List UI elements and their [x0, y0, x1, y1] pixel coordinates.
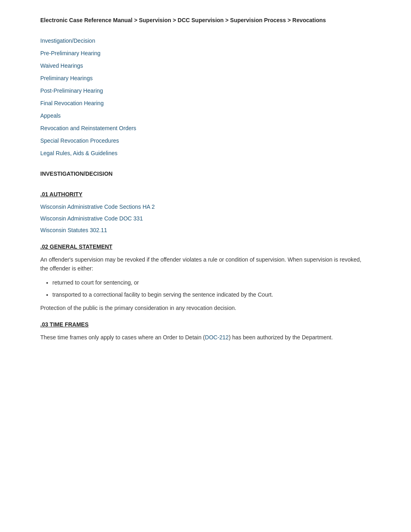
nav-link-waived-hearings[interactable]: Waived Hearings [40, 62, 371, 70]
authority-links: Wisconsin Administrative Code Sections H… [40, 203, 371, 235]
breadcrumb: Electronic Case Reference Manual > Super… [40, 16, 371, 25]
authority-title: .01 AUTHORITY [40, 190, 371, 199]
nav-link-investigationdecision[interactable]: Investigation/Decision [40, 37, 371, 45]
authority-link[interactable]: Wisconsin Administrative Code Sections H… [40, 203, 371, 211]
nav-link-final-revocation-hearing[interactable]: Final Revocation Hearing [40, 99, 371, 108]
nav-link-special-revocation-procedures[interactable]: Special Revocation Procedures [40, 137, 371, 145]
nav-links: Investigation/DecisionPre-Preliminary He… [40, 37, 371, 158]
nav-link-post-preliminary-hearing[interactable]: Post-Preliminary Hearing [40, 87, 371, 95]
authority-subsection: .01 AUTHORITY Wisconsin Administrative C… [40, 190, 371, 235]
authority-link[interactable]: Wisconsin Administrative Code DOC 331 [40, 214, 371, 223]
nav-link-legal-rules-aids--guidelines[interactable]: Legal Rules, Aids & Guidelines [40, 149, 371, 158]
nav-link-pre-preliminary-hearing[interactable]: Pre-Preliminary Hearing [40, 49, 371, 58]
time-frames-title: .03 TIME FRAMES [40, 320, 371, 329]
time-frames-body: These time frames only apply to cases wh… [40, 333, 371, 342]
bullet-item: transported to a correctional facility t… [52, 290, 371, 299]
doc-212-link[interactable]: DOC-212 [205, 334, 229, 341]
time-frames-subsection: .03 TIME FRAMES These time frames only a… [40, 320, 371, 342]
general-statement-bullets: returned to court for sentencing, ortran… [52, 278, 371, 299]
general-statement-body: An offender's supervision may be revoked… [40, 255, 371, 273]
investigation-title: INVESTIGATION/DECISION [40, 170, 371, 178]
bullet-item: returned to court for sentencing, or [52, 278, 371, 287]
nav-link-preliminary-hearings[interactable]: Preliminary Hearings [40, 74, 371, 83]
nav-link-appeals[interactable]: Appeals [40, 112, 371, 120]
investigation-section: INVESTIGATION/DECISION .01 AUTHORITY Wis… [40, 170, 371, 342]
general-statement-subsection: .02 GENERAL STATEMENT An offender's supe… [40, 243, 371, 312]
general-statement-footer: Protection of the public is the primary … [40, 303, 371, 312]
authority-link[interactable]: Wisconsin Statutes 302.11 [40, 226, 371, 235]
nav-link-revocation-and-reinstatement-orders[interactable]: Revocation and Reinstatement Orders [40, 124, 371, 133]
general-statement-title: .02 GENERAL STATEMENT [40, 243, 371, 251]
